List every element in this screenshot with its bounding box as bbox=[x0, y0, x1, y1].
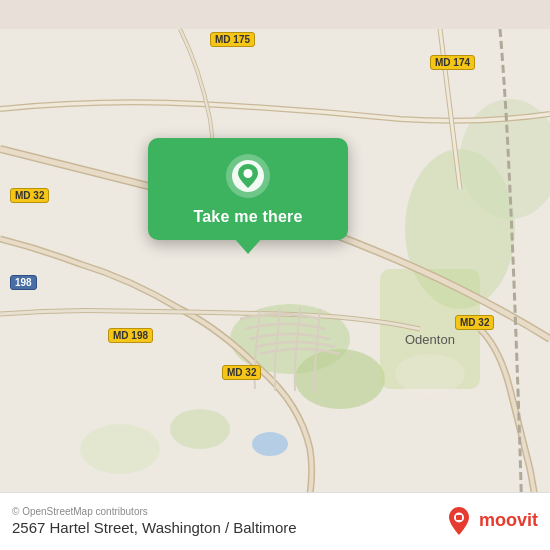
map-background bbox=[0, 0, 550, 550]
svg-point-3 bbox=[170, 409, 230, 449]
map-container: MD 175 MD 174 MD 32 MD 32 MD 32 198 MD 1… bbox=[0, 0, 550, 550]
road-badge-md198: MD 198 bbox=[108, 328, 153, 343]
road-badge-md174: MD 174 bbox=[430, 55, 475, 70]
svg-rect-14 bbox=[456, 515, 462, 520]
location-pin-icon bbox=[226, 154, 270, 198]
road-badge-md175: MD 175 bbox=[210, 32, 255, 47]
svg-point-12 bbox=[244, 169, 253, 178]
svg-point-9 bbox=[395, 354, 465, 394]
moovit-marker-icon bbox=[443, 505, 475, 537]
popup-card: Take me there bbox=[148, 138, 348, 240]
bottom-bar: © OpenStreetMap contributors 2567 Hartel… bbox=[0, 492, 550, 550]
road-badge-198: 198 bbox=[10, 275, 37, 290]
svg-point-8 bbox=[252, 432, 288, 456]
svg-point-7 bbox=[80, 424, 160, 474]
moovit-logo: moovit bbox=[443, 505, 538, 537]
moovit-brand-text: moovit bbox=[479, 510, 538, 531]
road-badge-md32-right: MD 32 bbox=[455, 315, 494, 330]
map-attribution: © OpenStreetMap contributors bbox=[12, 506, 297, 517]
bottom-info: © OpenStreetMap contributors 2567 Hartel… bbox=[12, 506, 297, 536]
take-me-there-button[interactable]: Take me there bbox=[193, 208, 302, 226]
place-label-odenton: Odenton bbox=[405, 332, 455, 347]
road-badge-md32-bottom: MD 32 bbox=[222, 365, 261, 380]
address-label: 2567 Hartel Street, Washington / Baltimo… bbox=[12, 519, 297, 536]
svg-point-2 bbox=[295, 349, 385, 409]
road-badge-md32-left: MD 32 bbox=[10, 188, 49, 203]
